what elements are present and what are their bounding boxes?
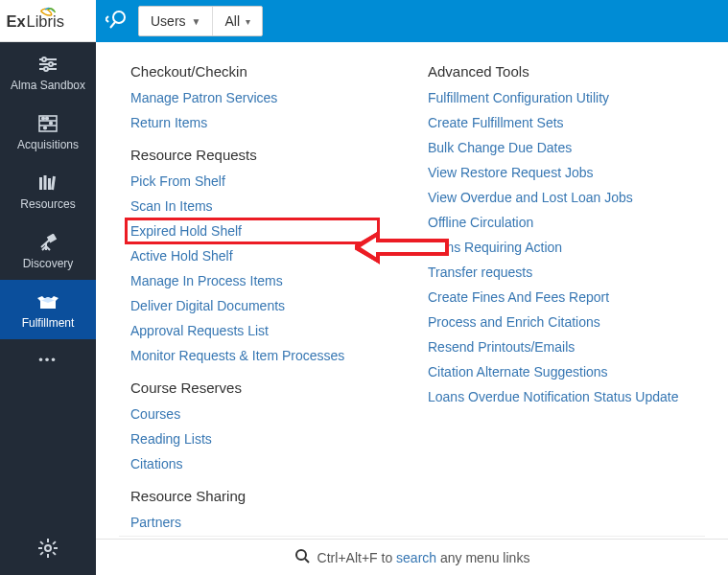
menu-search-hint[interactable]: Ctrl+Alt+F to search any menu links <box>96 539 728 575</box>
menu-link[interactable]: Pick From Shelf <box>130 171 370 192</box>
svg-rect-33 <box>39 540 43 544</box>
svg-text:Ex: Ex <box>7 12 27 30</box>
menu-link[interactable]: Return Items <box>130 112 370 133</box>
svg-rect-30 <box>47 554 49 558</box>
menu-section-title: Course Reserves <box>130 380 370 396</box>
telescope-icon <box>37 232 59 253</box>
books-icon <box>37 172 59 194</box>
filter-primary-label: Users <box>151 13 186 29</box>
menu-link[interactable]: Items Requiring Action <box>428 237 679 258</box>
menu-section-title: Advanced Tools <box>428 63 679 80</box>
svg-point-7 <box>44 67 48 71</box>
filter-primary[interactable]: Users ▼ <box>139 7 212 35</box>
menu-link[interactable]: Citations <box>130 453 370 474</box>
menu-link[interactable]: Active Hold Shelf <box>130 245 370 266</box>
svg-rect-17 <box>48 178 51 190</box>
sidebar-item-resources[interactable]: Resources <box>0 161 96 220</box>
search-filter: Users ▼ All ▾ <box>138 6 263 36</box>
menu-section-title: Resource Requests <box>130 147 370 163</box>
menu-link[interactable]: Manage Patron Services <box>130 87 370 108</box>
sliders-icon <box>37 54 59 75</box>
menu-link[interactable]: Bulk Change Due Dates <box>428 137 679 158</box>
svg-line-38 <box>110 22 115 28</box>
sidebar-item-fulfillment[interactable]: Fulfillment <box>0 280 96 339</box>
svg-point-37 <box>113 12 125 23</box>
svg-rect-34 <box>52 551 56 555</box>
box-open-icon <box>37 291 59 312</box>
sidebar-item-alma-sandbox[interactable]: Alma Sandbox <box>0 42 96 102</box>
menu-link[interactable]: Resend Printouts/Emails <box>428 336 679 357</box>
menu-link[interactable]: Process and Enrich Citations <box>428 311 679 333</box>
svg-point-11 <box>42 117 45 120</box>
svg-rect-36 <box>39 551 43 555</box>
menu-link[interactable]: Create Fulfillment Sets <box>428 112 679 133</box>
menu-link[interactable]: Fulfillment Configuration Utility <box>428 87 679 108</box>
svg-point-13 <box>50 122 53 125</box>
menu-section-title: Checkout/Checkin <box>130 63 370 80</box>
abacus-icon <box>38 113 58 134</box>
search-toggle[interactable] <box>106 9 129 34</box>
svg-point-12 <box>46 117 49 120</box>
sidebar-item-acquisitions[interactable]: Acquisitions <box>0 102 96 161</box>
menu-link[interactable]: View Overdue and Lost Loan Jobs <box>428 187 679 208</box>
menu-link[interactable]: Citation Alternate Suggestions <box>428 361 679 382</box>
filter-secondary-label: All <box>224 13 240 29</box>
svg-rect-35 <box>52 540 56 544</box>
menu-link[interactable]: Create Fines And Fees Report <box>428 287 679 308</box>
more-icon: ••• <box>38 353 58 367</box>
menu-link[interactable]: Expired Hold Shelf <box>130 223 242 239</box>
search-icon <box>294 548 310 567</box>
sidebar-nav: Alma Sandbox Acquisitions Resources Disc… <box>0 42 96 380</box>
gear-icon <box>38 539 58 562</box>
topbar: Users ▼ All ▾ <box>96 0 728 42</box>
menu-link[interactable]: Monitor Requests & Item Processes <box>130 345 370 366</box>
menu-link[interactable]: Deliver Digital Documents <box>130 295 370 316</box>
menu-link[interactable]: Approval Requests List <box>130 320 370 341</box>
search-arrow-icon <box>106 9 129 34</box>
svg-rect-16 <box>44 175 47 190</box>
svg-rect-31 <box>38 547 42 549</box>
menu-link[interactable]: Scan In Items <box>130 196 370 217</box>
sidebar-item-label: Acquisitions <box>17 138 79 151</box>
svg-point-5 <box>42 58 46 61</box>
svg-rect-15 <box>39 177 42 190</box>
sidebar-item-label: Discovery <box>23 257 74 270</box>
svg-rect-32 <box>54 547 58 549</box>
filter-secondary[interactable]: All ▾ <box>212 7 262 35</box>
svg-point-28 <box>45 545 51 551</box>
menu-link[interactable]: Manage In Process Items <box>130 270 370 291</box>
sidebar: Ex Libris Alma Sandbox Acquisitions <box>0 0 96 575</box>
caret-down-icon: ▼ <box>192 16 201 27</box>
svg-point-6 <box>49 62 53 66</box>
svg-rect-20 <box>48 235 56 242</box>
sidebar-item-label: Alma Sandbox <box>11 79 85 92</box>
svg-line-43 <box>305 559 309 563</box>
svg-rect-29 <box>47 539 49 542</box>
menu-link[interactable]: Reading Lists <box>130 428 370 449</box>
menu-link[interactable]: Partners <box>130 512 370 533</box>
svg-rect-18 <box>51 176 56 190</box>
sidebar-item-discovery[interactable]: Discovery <box>0 220 96 280</box>
svg-point-42 <box>296 550 306 560</box>
sidebar-more[interactable]: ••• <box>0 339 96 380</box>
menu-panel: Checkout/CheckinManage Patron ServicesRe… <box>96 42 728 575</box>
caret-down-icon: ▾ <box>246 16 250 27</box>
menu-link[interactable]: Loans Overdue Notification Status Update <box>428 386 679 407</box>
menu-section-title: Resource Sharing <box>130 488 370 504</box>
menu-link[interactable]: View Restore Request Jobs <box>428 162 679 183</box>
menu-link[interactable]: Offline Circulation <box>428 212 679 233</box>
brand-logo: Ex Libris <box>0 0 96 42</box>
sidebar-settings[interactable] <box>0 539 96 562</box>
menu-link[interactable]: Courses <box>130 403 370 425</box>
hint-text: Ctrl+Alt+F to search any menu links <box>317 550 530 565</box>
menu-link[interactable]: Transfer requests <box>428 262 679 283</box>
sidebar-item-label: Fulfillment <box>22 316 75 330</box>
svg-point-14 <box>44 126 47 129</box>
sidebar-item-label: Resources <box>20 197 75 211</box>
